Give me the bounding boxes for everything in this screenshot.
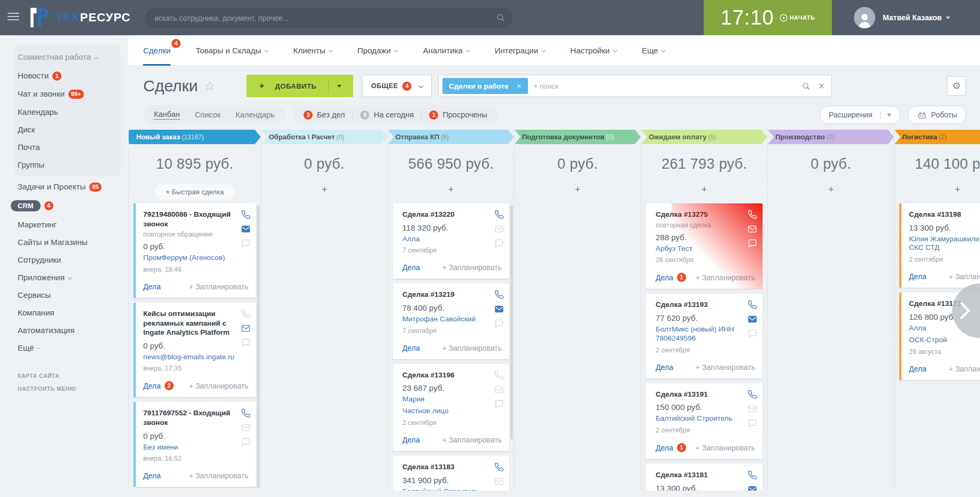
phone-icon[interactable] <box>494 370 504 380</box>
tab-item[interactable]: Товары и Склады <box>196 35 268 66</box>
filter-tag[interactable]: Сделки в работе ✕ <box>442 78 528 94</box>
plan-activity-link[interactable]: + Запланировать <box>442 263 502 272</box>
sidebar-item[interactable]: Автоматизация <box>0 321 128 339</box>
view-tab[interactable]: Список <box>195 111 221 119</box>
sidebar-footer-link[interactable]: НАСТРОИТЬ МЕНЮ <box>18 382 128 395</box>
deals-link[interactable]: Дела <box>909 272 927 281</box>
plan-activity-link[interactable]: + Запланировать <box>949 272 980 281</box>
sidebar-item[interactable]: Диск <box>18 121 121 138</box>
sidebar-item[interactable]: Сотрудники <box>0 251 128 269</box>
user-menu[interactable]: Матвей Казаков <box>854 7 950 28</box>
tab-item[interactable]: Аналитика <box>423 35 469 66</box>
sidebar-item[interactable]: Чат и звонки99+ <box>18 85 121 103</box>
plan-activity-link[interactable]: + Запланировать <box>189 282 248 291</box>
start-workday-button[interactable]: НАЧАТЬ <box>780 14 815 22</box>
deal-contact-link[interactable]: Митрофан Савойский <box>402 315 502 324</box>
activity-counter[interactable]: 0На сегодня <box>360 111 414 120</box>
favorite-star-icon[interactable]: ☆ <box>204 79 215 93</box>
deal-contact-link[interactable]: БолтМикс (новый) ИНН 7806249596 <box>656 325 755 343</box>
deal-contact-link[interactable]: Арбуз Тест <box>656 244 755 254</box>
column-header[interactable]: Ожидаем оплату(5) <box>641 130 767 144</box>
quick-add-button[interactable]: + <box>955 184 961 195</box>
deal-card[interactable]: 79117697552 - Входящий звонок0 руб.Без и… <box>134 402 256 487</box>
deal-contact-link[interactable]: Без имени <box>143 443 248 452</box>
column-header[interactable]: Производство(0) <box>768 130 894 144</box>
mail-icon[interactable] <box>748 404 757 414</box>
plan-activity-link[interactable]: + Запланировать <box>696 444 755 452</box>
deals-link[interactable]: Дела <box>656 273 673 282</box>
column-header[interactable]: Новый заказ(13187) <box>129 130 261 144</box>
phone-icon[interactable] <box>748 300 757 310</box>
deals-link[interactable]: Дела <box>402 436 420 444</box>
extensions-button[interactable]: Расширения <box>820 106 900 124</box>
column-header[interactable]: Отправка КП(5) <box>388 130 514 144</box>
deal-card[interactable]: Сделка #13220118 320 руб.Алла7 сентябряД… <box>393 203 509 279</box>
deals-link[interactable]: Дела <box>402 263 420 272</box>
filter-placeholder[interactable]: + поиск <box>533 82 801 90</box>
sidebar-group-header[interactable]: Совместная работа <box>18 49 121 67</box>
sidebar-item[interactable]: Задачи и Проекты95 <box>0 178 128 196</box>
mail-icon[interactable] <box>494 477 504 486</box>
sidebar-item[interactable]: Сервисы <box>0 286 128 304</box>
activity-counter[interactable]: 1Просрочены <box>429 111 487 120</box>
chat-icon[interactable] <box>748 419 757 428</box>
deal-card[interactable]: Сделка #13191150 000 руб.Балтийский Стро… <box>646 383 763 459</box>
chat-icon[interactable] <box>494 239 504 248</box>
deal-contact-link[interactable]: Балтийский Строитель <box>402 487 502 491</box>
quick-add-button[interactable]: + Быстрая сделка <box>155 184 234 200</box>
deal-card[interactable]: Сделка #13183341 900 руб.Балтийский Стро… <box>393 456 509 491</box>
deal-contact-link[interactable]: ПромФеррум (Агеносов) <box>143 254 248 263</box>
global-search-input[interactable] <box>145 8 512 28</box>
sidebar-footer-link[interactable]: КАРТА САЙТА <box>18 369 128 382</box>
deal-contact-link[interactable]: Юлия Жамурашвили СКС СТД <box>909 235 980 253</box>
deals-link[interactable]: Дела <box>402 344 420 352</box>
time-tracker[interactable]: 17:10 НАЧАТЬ <box>704 0 832 35</box>
deal-contact-link[interactable]: Балтийский Строитель <box>656 414 755 423</box>
robots-button[interactable]: Роботы <box>908 106 966 124</box>
chat-icon[interactable] <box>241 338 251 348</box>
deal-contact-link[interactable]: Частное лицо <box>402 407 502 416</box>
deals-link[interactable]: Дела <box>656 444 673 452</box>
deals-link[interactable]: Дела <box>143 382 161 390</box>
tab-item[interactable]: Настройки <box>570 35 617 66</box>
deal-contact-link[interactable]: ОСК-Строй <box>909 336 980 345</box>
search-icon[interactable] <box>496 13 505 22</box>
sidebar-item[interactable]: Сайты и Магазины <box>0 233 128 251</box>
quick-add-button[interactable]: + <box>575 184 581 195</box>
sidebar-item[interactable]: Группы <box>18 156 121 173</box>
sidebar-item[interactable]: Почта <box>18 138 121 156</box>
sidebar-item[interactable]: Новости1 <box>18 67 121 85</box>
column-scrollbar[interactable] <box>257 206 260 488</box>
deal-card[interactable]: Сделка #1319813 300 руб.Юлия Жамурашвили… <box>899 203 980 288</box>
column-header[interactable]: Обработка \ Расчет(0) <box>261 130 387 144</box>
deal-contact-link[interactable]: news@blog-emails.ingate.ru <box>143 353 248 362</box>
deal-contact-link[interactable]: Алла <box>402 235 502 244</box>
remove-filter-icon[interactable]: ✕ <box>516 82 522 90</box>
logo[interactable]: ТЕХРЕСУРС <box>26 4 130 31</box>
phone-icon[interactable] <box>748 210 757 219</box>
clear-search-icon[interactable]: ✕ <box>818 81 825 91</box>
plan-activity-link[interactable]: + Запланировать <box>696 363 755 372</box>
chevron-down-icon[interactable] <box>887 114 891 116</box>
deal-card[interactable]: Сделка #13275повторная сделка288 руб.Арб… <box>646 203 763 289</box>
column-scrollbar[interactable] <box>510 206 513 439</box>
mail-icon[interactable] <box>241 423 251 432</box>
tab-active[interactable]: Сделки4 <box>143 35 170 66</box>
mail-icon[interactable] <box>494 224 504 234</box>
deal-card[interactable]: Кейсы оптимизации рекламных кампаний с I… <box>134 303 256 398</box>
mail-icon[interactable] <box>748 485 757 491</box>
plan-activity-link[interactable]: + Запланировать <box>442 436 502 444</box>
phone-icon[interactable] <box>241 408 251 418</box>
deal-card[interactable]: Сделка #1319623 687 руб.МарияЧастное лиц… <box>393 364 509 451</box>
chat-icon[interactable] <box>748 239 757 248</box>
tab-item[interactable]: Продажи <box>357 35 398 66</box>
deal-card[interactable]: Сделка #1318113 300 руб.Юлия Жамурашвили <box>646 464 763 491</box>
chat-icon[interactable] <box>241 437 251 447</box>
sidebar-item[interactable]: Маркетинг <box>0 216 128 233</box>
chevron-down-icon[interactable] <box>337 85 341 88</box>
tab-item[interactable]: Еще <box>642 35 665 66</box>
phone-icon[interactable] <box>494 462 504 472</box>
deals-link[interactable]: Дела <box>143 471 161 480</box>
sidebar-item[interactable]: Календарь <box>18 103 121 121</box>
phone-icon[interactable] <box>494 210 504 219</box>
